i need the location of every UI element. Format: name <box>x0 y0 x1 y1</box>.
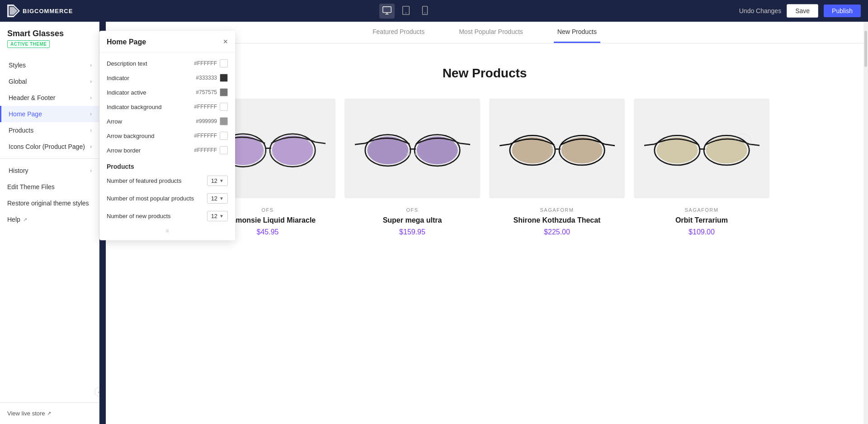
mobile-btn[interactable] <box>417 4 433 19</box>
undo-changes-button[interactable]: Undo Changes <box>739 7 781 14</box>
new-products-select[interactable]: 12 ▼ <box>207 211 228 221</box>
tablet-btn[interactable] <box>398 4 414 19</box>
publish-button[interactable]: Publish <box>824 5 861 17</box>
color-label-indicator: Indicator <box>107 75 129 81</box>
product-name-3: Shirone Kothzuda Thecat <box>489 216 625 224</box>
sidebar-item-help-label: Help <box>7 216 20 223</box>
sidebar-item-icons-color[interactable]: Icons Color (Product Page) › <box>0 138 99 155</box>
product-price-3: $225.00 <box>489 228 625 236</box>
svg-line-42 <box>644 144 655 147</box>
color-label-description-text: Description text <box>107 60 147 67</box>
svg-line-33 <box>500 144 510 147</box>
tab-most-popular-products[interactable]: Most Popular Products <box>455 22 527 43</box>
color-row-indicator: Indicator #333333 <box>99 71 235 85</box>
product-image-3 <box>489 99 625 198</box>
panel-close-button[interactable]: × <box>223 37 228 47</box>
sidebar-item-header-footer-label: Header & Footer <box>9 94 56 101</box>
chevron-right-icon: › <box>90 127 92 133</box>
color-hex-arrow: #999999 <box>196 118 217 124</box>
sidebar-item-edit-theme-files-label: Edit Theme Files <box>7 183 55 191</box>
scrollbar[interactable] <box>863 22 868 424</box>
sidebar-item-products-label: Products <box>9 127 33 134</box>
product-image-2 <box>344 99 480 198</box>
tab-featured-products[interactable]: Featured Products <box>369 22 428 43</box>
scrollbar-thumb[interactable] <box>864 31 867 67</box>
nav-divider <box>0 158 99 159</box>
bigcommerce-logo: BIGCOMMERCE <box>7 5 73 17</box>
color-row-arrow-border: Arrow border #FFFFFF <box>99 143 235 157</box>
sidebar-item-edit-theme-files[interactable]: Edit Theme Files <box>0 179 99 195</box>
chevron-right-icon: › <box>90 111 92 117</box>
color-label-indicator-active: Indicator active <box>107 89 146 96</box>
view-live-store-link[interactable]: View live store ↗ <box>7 410 92 417</box>
sidebar-item-home-page[interactable]: Home Page › <box>0 106 99 122</box>
sidebar-footer: View live store ↗ <box>0 402 99 424</box>
color-swatch-indicator[interactable] <box>220 74 228 82</box>
product-card: OFS Super mega ultra $159.95 <box>340 99 485 250</box>
color-row-indicator-background: Indicator background #FFFFFF <box>99 100 235 114</box>
external-link-icon: ↗ <box>23 217 27 223</box>
sidebar-item-home-page-label: Home Page <box>9 110 42 118</box>
popular-products-value: 12 <box>211 195 217 202</box>
color-label-indicator-background: Indicator background <box>107 104 161 110</box>
popular-products-select[interactable]: 12 ▼ <box>207 193 228 204</box>
save-button[interactable]: Save <box>787 4 818 18</box>
product-brand-3: SAGAFORM <box>489 207 625 213</box>
svg-line-24 <box>355 143 365 145</box>
color-swatch-description-text[interactable] <box>220 59 228 67</box>
color-swatch-arrow-border[interactable] <box>220 146 228 154</box>
glasses-image-3 <box>500 124 615 173</box>
chevron-right-icon: › <box>90 95 92 101</box>
select-row-featured-products: Number of featured products 12 ▼ <box>99 172 235 190</box>
product-price-2: $159.95 <box>344 228 480 236</box>
sidebar-item-global[interactable]: Global › <box>0 73 99 90</box>
color-swatch-indicator-background[interactable] <box>220 103 228 111</box>
svg-rect-3 <box>383 6 391 12</box>
dropdown-arrow-icon: ▼ <box>219 178 224 183</box>
sidebar-item-restore-theme[interactable]: Restore original theme styles <box>0 195 99 211</box>
color-hex-indicator: #333333 <box>196 75 217 81</box>
dropdown-arrow-icon: ▼ <box>219 214 224 219</box>
svg-point-18 <box>270 152 273 155</box>
svg-line-34 <box>604 144 615 147</box>
brand-name: BIGCOMMERCE <box>23 8 73 14</box>
color-swatch-arrow[interactable] <box>220 117 228 125</box>
product-brand-4: SAGAFORM <box>634 207 769 213</box>
color-label-arrow: Arrow <box>107 118 122 125</box>
new-products-value: 12 <box>211 213 217 219</box>
chevron-right-icon: › <box>90 78 92 85</box>
topbar: BIGCOMMERCE Undo Changes Save Publish <box>0 0 868 22</box>
select-label-new: Number of new products <box>107 213 207 219</box>
color-hex-indicator-active: #757575 <box>196 89 217 95</box>
topbar-actions: Undo Changes Save Publish <box>739 4 861 18</box>
svg-point-26 <box>406 152 410 156</box>
sidebar-item-styles-label: Styles <box>9 62 26 69</box>
tab-new-products[interactable]: New Products <box>554 22 600 43</box>
logo-icon <box>7 5 20 17</box>
color-swatch-indicator-active[interactable] <box>220 88 228 96</box>
svg-point-9 <box>425 12 425 13</box>
sidebar-header: Smart Glasses ACTIVE THEME <box>0 22 99 52</box>
sidebar-item-history-label: History <box>9 167 28 174</box>
product-card: SAGAFORM Orbit Terrarium $109.00 <box>629 99 774 250</box>
product-name-2: Super mega ultra <box>344 216 480 224</box>
sidebar-item-icons-color-label: Icons Color (Product Page) <box>9 143 85 150</box>
color-row-arrow-background: Arrow background #FFFFFF <box>99 129 235 143</box>
desktop-btn[interactable] <box>379 4 395 19</box>
color-hex-description-text: #FFFFFF <box>194 60 217 67</box>
sidebar-item-products[interactable]: Products › <box>0 122 99 138</box>
sidebar-item-help[interactable]: Help ↗ <box>0 211 99 228</box>
panel-content: Description text #FFFFFF Indicator #3333… <box>99 52 235 240</box>
topbar-left: BIGCOMMERCE <box>7 5 73 17</box>
panel-title: Home Page <box>107 38 146 46</box>
color-hex-indicator-background: #FFFFFF <box>194 104 217 110</box>
sidebar-item-header-footer[interactable]: Header & Footer › <box>0 90 99 106</box>
chevron-right-icon: › <box>90 62 92 68</box>
color-label-arrow-background: Arrow background <box>107 133 155 139</box>
featured-products-select[interactable]: 12 ▼ <box>207 176 228 186</box>
glasses-image-4 <box>644 124 760 173</box>
color-swatch-arrow-background[interactable] <box>220 132 228 140</box>
sidebar-item-styles[interactable]: Styles › <box>0 57 99 73</box>
chevron-right-icon: › <box>90 167 92 174</box>
sidebar-item-history[interactable]: History › <box>0 162 99 179</box>
